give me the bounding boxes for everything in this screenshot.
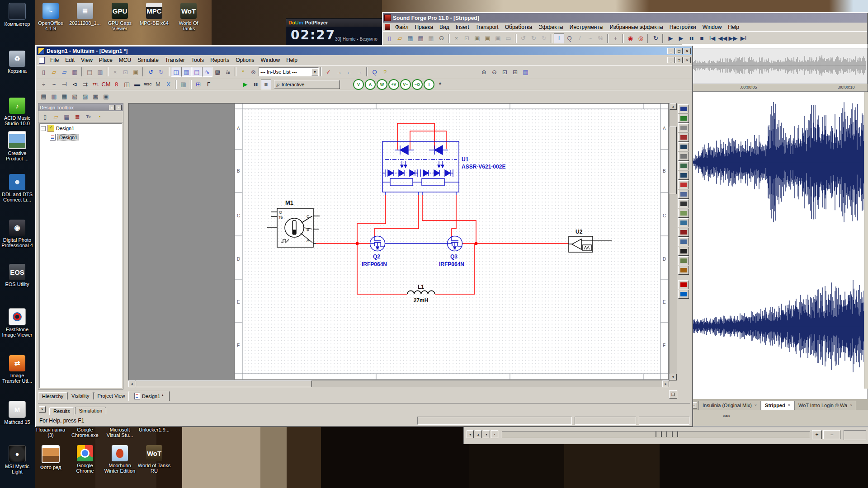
ms-toggle-postprocessor-button[interactable]: ▩ xyxy=(212,67,223,77)
dtb-new-button[interactable]: ▯ xyxy=(40,112,50,121)
ms-find-button[interactable]: Q xyxy=(369,67,380,77)
ms-undo-button[interactable]: ↺ xyxy=(146,67,156,77)
instrument-4-button[interactable] xyxy=(678,133,689,142)
sf-redo-button[interactable]: ↻ xyxy=(528,33,539,43)
soundforge-titlebar[interactable]: Sound Forge Pro 11.0 - [Stripped] xyxy=(383,13,867,23)
ms-place-cmos-button[interactable]: CM xyxy=(101,80,111,89)
sf-play-all-button[interactable]: ▶ xyxy=(665,33,676,43)
desktop-icon-photo2[interactable]: Фото ред xyxy=(33,445,68,470)
ms-transfer-fwd-button[interactable]: → xyxy=(334,67,344,77)
desktop-icon-openoffice[interactable]: ~OpenOffice4.1.9 xyxy=(33,3,68,31)
sf-envelope-tool-button[interactable]: ~ xyxy=(585,33,595,43)
ms-sheet-4-button[interactable]: ▧ xyxy=(70,91,80,101)
label-u2-ref[interactable]: U2 xyxy=(576,229,583,235)
component-q2-mosfet[interactable] xyxy=(370,236,385,251)
scroll-left-icon[interactable]: ◂ xyxy=(128,380,135,387)
desktop-icon-eye[interactable]: FastStoneImage Viewer xyxy=(0,308,34,338)
sf-paste-special-button[interactable]: ▣ xyxy=(493,33,503,43)
multisim-menu-transfer[interactable]: Transfer xyxy=(162,56,188,64)
instrument-17-button[interactable] xyxy=(678,256,689,265)
soundforge-menu-insert[interactable]: Insert xyxy=(453,23,472,31)
dtb-doc-button[interactable]: ≣ xyxy=(73,112,82,121)
sf-copy-button[interactable]: ⊡ xyxy=(462,33,472,43)
desktop-icon-mathcad[interactable]: MMathcad 15 xyxy=(0,401,34,425)
waveform-channel-1[interactable] xyxy=(693,92,868,233)
desktop-icon-gpu[interactable]: GPUGPU CapsViewer xyxy=(103,3,137,31)
probe-O-button[interactable]: −O xyxy=(412,79,423,90)
ms-place-analog-button[interactable]: ⇉ xyxy=(80,80,90,89)
ms-sim-run-button[interactable]: ▶ xyxy=(240,80,250,89)
soundforge-menu-файл[interactable]: Файл xyxy=(392,23,412,31)
tab-close-icon[interactable]: × xyxy=(755,403,757,408)
instrument-12-button[interactable] xyxy=(678,209,689,218)
dtb-save-button[interactable]: ▦ xyxy=(62,112,71,121)
zoom-in-button[interactable]: + xyxy=(812,430,822,439)
child-close-button[interactable]: × xyxy=(684,57,691,63)
ms-print-button[interactable]: ▤ xyxy=(85,67,95,77)
label-q2-part[interactable]: IRFP064N xyxy=(362,261,387,267)
canvas-vscrollbar[interactable]: ▴ ▾ xyxy=(670,103,677,380)
zoom-level-box[interactable] xyxy=(844,430,866,440)
instrument-extra-1-button[interactable] xyxy=(678,280,689,289)
multisim-menu-view[interactable]: View xyxy=(78,56,96,64)
potplayer-titlebar[interactable]: DoUm PotPlayer xyxy=(286,19,382,27)
design-toolbox-header[interactable]: Design Toolbox ▴ × xyxy=(38,103,123,111)
close-button[interactable]: × xyxy=(684,48,691,54)
instrument-14-button[interactable] xyxy=(678,228,689,237)
probe-W-button[interactable]: W xyxy=(377,79,387,90)
tab-simulation[interactable]: Simulation xyxy=(75,407,106,414)
label-l1-value[interactable]: 27mH xyxy=(414,297,429,304)
soundforge-menu-обработка[interactable]: Обработка xyxy=(502,23,536,31)
label-u1-ref[interactable]: U1 xyxy=(462,156,469,163)
probe-I-button[interactable]: I xyxy=(424,79,434,90)
ms-open-button[interactable]: ▱ xyxy=(49,67,59,77)
instrument-18-button[interactable] xyxy=(678,266,689,275)
sf-forward-button[interactable]: ▶▶ xyxy=(728,33,738,43)
ms-zoom-fit-button[interactable]: ⊞ xyxy=(510,67,520,77)
instrument-13-button[interactable] xyxy=(678,218,689,227)
soundforge-menu-help[interactable]: Help xyxy=(725,23,742,31)
ms-place-mixed-button[interactable]: ◫ xyxy=(122,80,132,89)
ms-place-mcu-button[interactable]: ▥ xyxy=(178,80,189,89)
scroll-up-button[interactable]: ▴ xyxy=(475,430,482,438)
tab-design1[interactable]: Design1 * xyxy=(128,391,170,401)
probe-settings-gear-icon[interactable]: * xyxy=(435,80,445,89)
sf-play-button[interactable]: ▶ xyxy=(676,33,686,43)
sf-undo-button[interactable]: ↺ xyxy=(518,33,528,43)
scroll-left-button[interactable]: ◂ xyxy=(467,430,474,438)
desktop-icon-recycle[interactable]: ♻Корзина xyxy=(0,51,34,74)
time-ruler[interactable]: ,00:00:05 ,00:00:10 xyxy=(693,84,868,92)
sf-save-button[interactable]: ▦ xyxy=(405,33,415,43)
ms-place-transistor-button[interactable]: ⊲ xyxy=(70,80,80,89)
tab-project-view[interactable]: Project View xyxy=(94,392,129,399)
ms-zoom-out-button[interactable]: ⊖ xyxy=(489,67,500,77)
ms-toggle-design-toolbox-button[interactable]: ◫ xyxy=(171,67,181,77)
ms-open-sample-button[interactable]: ▱ xyxy=(59,67,70,77)
waveform-scrollbar[interactable] xyxy=(864,92,868,389)
sf-new-file-button[interactable]: ▯ xyxy=(384,33,395,43)
dtb-clock-button[interactable]: ◔ xyxy=(94,112,104,121)
desktop-icon-clapper[interactable]: MPCMPC-BE x64 xyxy=(137,3,171,26)
ms-place-indicator-button[interactable]: ▬ xyxy=(132,80,142,89)
sf-properties-button[interactable]: Θ xyxy=(436,33,447,43)
soundforge-menu-эффекты[interactable]: Эффекты xyxy=(535,23,566,31)
tree-expand-icon[interactable]: − xyxy=(41,126,46,131)
spreadsheet-close-icon[interactable]: × xyxy=(39,406,46,413)
tree-node-child[interactable]: Design1 xyxy=(40,133,122,141)
soundforge-menu-инструменты[interactable]: Инструменты xyxy=(566,23,607,31)
multisim-menu-file[interactable]: File xyxy=(47,56,62,64)
multisim-menu-reports[interactable]: Reports xyxy=(207,56,232,64)
instrument-10-button[interactable] xyxy=(678,190,689,199)
desktop-icon-camera2[interactable]: EOSEOS Utility xyxy=(0,264,34,287)
file-tab-insulinia-original-mix-[interactable]: Insulinia (Original Mix)× xyxy=(698,401,761,410)
multisim-titlebar[interactable]: Design1 - Multisim - [Design1 *] _ □ × xyxy=(37,47,692,55)
multisim-menu-help[interactable]: Help xyxy=(283,56,301,64)
in-use-list-dropdown[interactable]: --- In-Use List ---▾ xyxy=(259,67,319,76)
ms-place-misc-button[interactable]: MISC xyxy=(142,80,153,89)
ms-erc-check-button[interactable]: ✓ xyxy=(323,67,334,77)
file-tab-stripped[interactable]: Stripped× xyxy=(761,401,794,410)
maximize-button[interactable]: □ xyxy=(675,48,683,54)
ms-place-hier-block-button[interactable]: ⊞ xyxy=(193,80,203,89)
instrument-9-button[interactable] xyxy=(678,180,689,189)
probe-V-button[interactable]: +V xyxy=(388,79,399,90)
